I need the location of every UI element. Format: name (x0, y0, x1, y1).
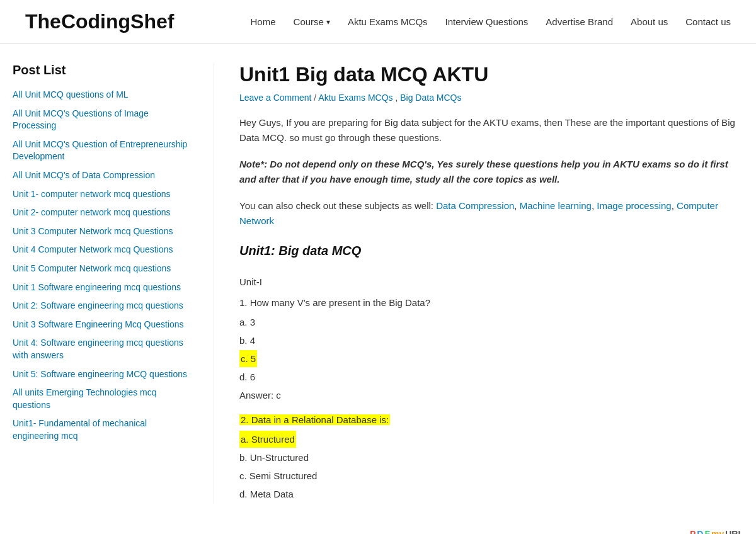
q1-highlighted-option: c. 5 (239, 350, 257, 367)
main-nav: Home Course ▾ Aktu Exams MCQs Interview … (251, 16, 731, 27)
page-layout: Post List All Unit MCQ questions of MLAl… (0, 44, 756, 523)
pdf-d: D (697, 529, 703, 534)
q2-highlighted-option: a. Structured (239, 431, 296, 448)
article-title: Unit1 Big data MCQ AKTU (239, 63, 743, 86)
sidebar-link[interactable]: All Unit MCQ's Questions of Image Proces… (13, 108, 188, 132)
chevron-down-icon: ▾ (326, 18, 330, 26)
q1-option-c: c. 5 (239, 350, 743, 367)
sidebar-link[interactable]: All Unit MCQ questions of ML (13, 89, 188, 101)
pdf-f: F (704, 529, 710, 534)
question-2-text: 2. Data in a Relational Database is: (239, 411, 743, 428)
unit-label: Unit-I (239, 273, 743, 290)
sidebar-link[interactable]: All Unit MCQ's Question of Entrepreneurs… (13, 139, 188, 163)
leave-comment-link[interactable]: Leave a Comment (239, 93, 311, 103)
nav-home[interactable]: Home (251, 16, 276, 27)
q2-option-d: d. Meta Data (239, 486, 743, 503)
main-content: Unit1 Big data MCQ AKTU Leave a Comment … (214, 63, 743, 504)
question-1-text: 1. How many V's are present in the Big D… (239, 294, 743, 311)
footer-watermark: PDFmyURL (0, 523, 756, 534)
q1-option-b: b. 4 (239, 332, 743, 349)
note-strong: Note*: Do not depend only on these MCQ's… (239, 159, 728, 185)
sidebar-link[interactable]: Unit 5: Software engineering MCQ questio… (13, 368, 188, 381)
nav-about-us[interactable]: About us (631, 16, 668, 27)
q1-option-a: a. 3 (239, 314, 743, 331)
q1-answer: Answer: c (239, 387, 743, 404)
sidebar-link[interactable]: Unit 3 Computer Network mcq Questions (13, 225, 188, 238)
link-data-compression[interactable]: Data Compression (436, 200, 514, 211)
q2-option-b: b. Un-Structured (239, 449, 743, 466)
sidebar-link[interactable]: Unit 5 Computer Network mcq questions (13, 263, 188, 275)
intro-text: Hey Guys, If you are preparing for Big d… (239, 115, 743, 145)
pdf-p: P (690, 529, 696, 534)
pdf-logo: PDFmyURL (690, 529, 743, 534)
also-check: You can also check out these subjects as… (239, 198, 743, 229)
sidebar-link[interactable]: Unit 3 Software Engineering Mcq Question… (13, 319, 188, 331)
sidebar-link[interactable]: All Unit MCQ's of Data Compression (13, 169, 188, 182)
post-list-title: Post List (13, 63, 188, 77)
sidebar-link[interactable]: Unit 4: Software engineering mcq questio… (13, 337, 188, 361)
nav-course[interactable]: Course ▾ (294, 16, 330, 27)
nav-aktu-exams[interactable]: Aktu Exams MCQs (348, 16, 428, 27)
questions-block: Unit-I 1. How many V's are present in th… (239, 273, 743, 503)
category2-link[interactable]: Big Data MCQs (400, 93, 461, 103)
sidebar-link[interactable]: All units Emerging Technologies mcq ques… (13, 387, 188, 411)
q1-option-d: d. 6 (239, 368, 743, 385)
pdf-my: my (711, 529, 724, 534)
sidebar-link[interactable]: Unit 4 Computer Network mcq Questions (13, 244, 188, 256)
sidebar-links: All Unit MCQ questions of MLAll Unit MCQ… (13, 89, 188, 442)
nav-contact-us[interactable]: Contact us (685, 16, 731, 27)
nav-advertise-brand[interactable]: Advertise Brand (546, 16, 613, 27)
pdf-url: URL (725, 529, 743, 534)
q2-highlighted-question: 2. Data in a Relational Database is: (239, 414, 390, 425)
q2-option-a: a. Structured (239, 431, 743, 448)
sidebar-link[interactable]: Unit 2- computer network mcq questions (13, 207, 188, 219)
sidebar-link[interactable]: Unit1- Fundamental of mechanical enginee… (13, 418, 188, 442)
unit-heading: Unit1: Big data MCQ (239, 244, 743, 258)
category1-link[interactable]: Aktu Exams MCQs (318, 93, 392, 103)
sidebar: Post List All Unit MCQ questions of MLAl… (13, 63, 214, 504)
sidebar-link[interactable]: Unit 1 Software engineering mcq question… (13, 281, 188, 294)
nav-course-label: Course (294, 16, 324, 27)
article-meta: Leave a Comment / Aktu Exams MCQs , Big … (239, 93, 743, 103)
link-image-processing[interactable]: Image processing (597, 200, 671, 211)
sidebar-link[interactable]: Unit 1- computer network mcq questions (13, 188, 188, 201)
also-check-prefix: You can also check out these subjects as… (239, 200, 436, 211)
nav-interview-questions[interactable]: Interview Questions (445, 16, 529, 27)
q2-option-c: c. Semi Structured (239, 467, 743, 484)
site-title[interactable]: TheCodingShef (25, 10, 174, 33)
note-text: Note*: Do not depend only on these MCQ's… (239, 157, 743, 187)
link-machine-learning[interactable]: Machine learning (520, 200, 592, 211)
sidebar-link[interactable]: Unit 2: Software engineering mcq questio… (13, 300, 188, 312)
site-header: TheCodingShef Home Course ▾ Aktu Exams M… (0, 0, 756, 44)
